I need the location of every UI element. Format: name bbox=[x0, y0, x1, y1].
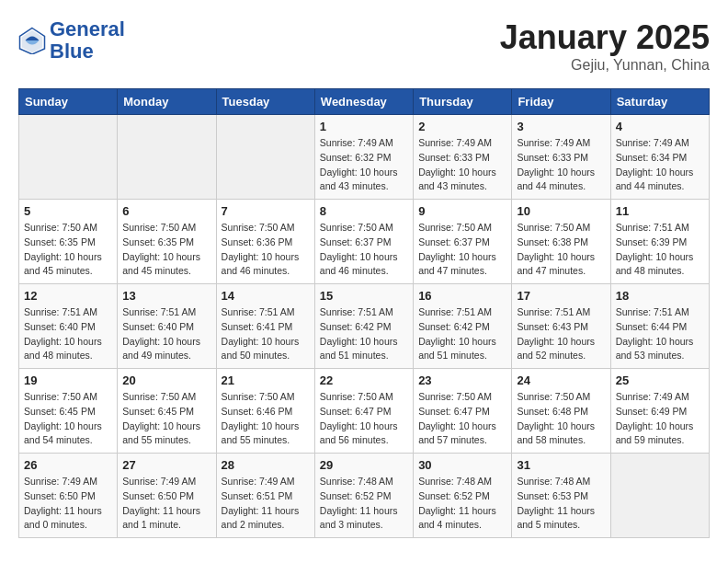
day-number: 13 bbox=[122, 289, 210, 303]
day-info: Sunrise: 7:48 AM Sunset: 6:53 PM Dayligh… bbox=[517, 475, 605, 533]
calendar-cell: 20Sunrise: 7:50 AM Sunset: 6:45 PM Dayli… bbox=[118, 369, 216, 454]
day-number: 31 bbox=[517, 458, 605, 472]
day-number: 19 bbox=[24, 373, 112, 387]
calendar-cell: 31Sunrise: 7:48 AM Sunset: 6:53 PM Dayli… bbox=[512, 454, 610, 538]
day-info: Sunrise: 7:49 AM Sunset: 6:49 PM Dayligh… bbox=[616, 390, 704, 448]
day-info: Sunrise: 7:49 AM Sunset: 6:51 PM Dayligh… bbox=[222, 475, 310, 533]
calendar-title: January 2025 bbox=[500, 18, 710, 57]
day-number: 26 bbox=[24, 458, 112, 472]
calendar-cell: 24Sunrise: 7:50 AM Sunset: 6:48 PM Dayli… bbox=[512, 369, 610, 454]
day-number: 21 bbox=[222, 373, 310, 387]
day-number: 18 bbox=[616, 289, 704, 303]
day-number: 11 bbox=[616, 204, 704, 218]
calendar-cell: 28Sunrise: 7:49 AM Sunset: 6:51 PM Dayli… bbox=[216, 454, 314, 538]
day-info: Sunrise: 7:50 AM Sunset: 6:36 PM Dayligh… bbox=[222, 221, 310, 279]
day-info: Sunrise: 7:50 AM Sunset: 6:35 PM Dayligh… bbox=[122, 221, 210, 279]
day-info: Sunrise: 7:50 AM Sunset: 6:35 PM Dayligh… bbox=[24, 221, 112, 279]
calendar-cell: 9Sunrise: 7:50 AM Sunset: 6:37 PM Daylig… bbox=[414, 200, 512, 284]
calendar-week-row: 5Sunrise: 7:50 AM Sunset: 6:35 PM Daylig… bbox=[19, 200, 710, 284]
calendar-cell: 14Sunrise: 7:51 AM Sunset: 6:41 PM Dayli… bbox=[216, 284, 314, 369]
day-number: 27 bbox=[122, 458, 210, 472]
calendar-week-row: 26Sunrise: 7:49 AM Sunset: 6:50 PM Dayli… bbox=[19, 454, 710, 538]
weekday-header-friday: Friday bbox=[512, 89, 610, 115]
day-info: Sunrise: 7:50 AM Sunset: 6:47 PM Dayligh… bbox=[418, 390, 506, 448]
logo-icon bbox=[18, 27, 46, 54]
day-info: Sunrise: 7:51 AM Sunset: 6:41 PM Dayligh… bbox=[222, 305, 310, 363]
calendar-cell: 2Sunrise: 7:49 AM Sunset: 6:33 PM Daylig… bbox=[414, 115, 512, 200]
day-info: Sunrise: 7:50 AM Sunset: 6:37 PM Dayligh… bbox=[418, 221, 506, 279]
day-number: 16 bbox=[418, 289, 506, 303]
page-header: General Blue January 2025 Gejiu, Yunnan,… bbox=[18, 18, 710, 74]
calendar-cell: 18Sunrise: 7:51 AM Sunset: 6:44 PM Dayli… bbox=[610, 284, 709, 369]
day-info: Sunrise: 7:50 AM Sunset: 6:38 PM Dayligh… bbox=[517, 221, 605, 279]
day-info: Sunrise: 7:51 AM Sunset: 6:42 PM Dayligh… bbox=[418, 305, 506, 363]
calendar-cell: 21Sunrise: 7:50 AM Sunset: 6:46 PM Dayli… bbox=[216, 369, 314, 454]
calendar-table: SundayMondayTuesdayWednesdayThursdayFrid… bbox=[18, 88, 710, 538]
calendar-cell bbox=[216, 115, 314, 200]
calendar-cell: 10Sunrise: 7:50 AM Sunset: 6:38 PM Dayli… bbox=[512, 200, 610, 284]
calendar-cell: 5Sunrise: 7:50 AM Sunset: 6:35 PM Daylig… bbox=[19, 200, 118, 284]
calendar-cell: 6Sunrise: 7:50 AM Sunset: 6:35 PM Daylig… bbox=[118, 200, 216, 284]
day-number: 7 bbox=[222, 204, 310, 218]
day-number: 8 bbox=[320, 204, 408, 218]
calendar-cell: 22Sunrise: 7:50 AM Sunset: 6:47 PM Dayli… bbox=[314, 369, 413, 454]
day-number: 22 bbox=[320, 373, 408, 387]
day-number: 12 bbox=[24, 289, 112, 303]
calendar-week-row: 12Sunrise: 7:51 AM Sunset: 6:40 PM Dayli… bbox=[19, 284, 710, 369]
day-info: Sunrise: 7:49 AM Sunset: 6:50 PM Dayligh… bbox=[24, 475, 112, 533]
day-number: 1 bbox=[320, 120, 408, 133]
weekday-header-sunday: Sunday bbox=[19, 89, 118, 115]
day-number: 10 bbox=[517, 204, 605, 218]
calendar-cell: 7Sunrise: 7:50 AM Sunset: 6:36 PM Daylig… bbox=[216, 200, 314, 284]
day-number: 14 bbox=[222, 289, 310, 303]
weekday-header-tuesday: Tuesday bbox=[216, 89, 314, 115]
day-number: 29 bbox=[320, 458, 408, 472]
calendar-cell: 23Sunrise: 7:50 AM Sunset: 6:47 PM Dayli… bbox=[414, 369, 512, 454]
calendar-cell: 4Sunrise: 7:49 AM Sunset: 6:34 PM Daylig… bbox=[610, 115, 709, 200]
day-info: Sunrise: 7:51 AM Sunset: 6:40 PM Dayligh… bbox=[24, 305, 112, 363]
day-info: Sunrise: 7:50 AM Sunset: 6:47 PM Dayligh… bbox=[320, 390, 408, 448]
calendar-cell: 16Sunrise: 7:51 AM Sunset: 6:42 PM Dayli… bbox=[414, 284, 512, 369]
day-number: 3 bbox=[517, 120, 605, 133]
day-number: 17 bbox=[517, 289, 605, 303]
weekday-header-monday: Monday bbox=[118, 89, 216, 115]
calendar-body: 1Sunrise: 7:49 AM Sunset: 6:32 PM Daylig… bbox=[19, 115, 710, 538]
day-info: Sunrise: 7:51 AM Sunset: 6:39 PM Dayligh… bbox=[616, 221, 704, 279]
calendar-week-row: 1Sunrise: 7:49 AM Sunset: 6:32 PM Daylig… bbox=[19, 115, 710, 200]
day-number: 28 bbox=[222, 458, 310, 472]
calendar-cell: 25Sunrise: 7:49 AM Sunset: 6:49 PM Dayli… bbox=[610, 369, 709, 454]
calendar-subtitle: Gejiu, Yunnan, China bbox=[500, 57, 710, 74]
calendar-cell: 29Sunrise: 7:48 AM Sunset: 6:52 PM Dayli… bbox=[314, 454, 413, 538]
day-info: Sunrise: 7:50 AM Sunset: 6:48 PM Dayligh… bbox=[517, 390, 605, 448]
calendar-cell: 27Sunrise: 7:49 AM Sunset: 6:50 PM Dayli… bbox=[118, 454, 216, 538]
day-info: Sunrise: 7:49 AM Sunset: 6:33 PM Dayligh… bbox=[517, 136, 605, 194]
day-number: 20 bbox=[122, 373, 210, 387]
day-info: Sunrise: 7:51 AM Sunset: 6:44 PM Dayligh… bbox=[616, 305, 704, 363]
calendar-cell: 13Sunrise: 7:51 AM Sunset: 6:40 PM Dayli… bbox=[118, 284, 216, 369]
day-number: 2 bbox=[418, 120, 506, 133]
calendar-cell: 17Sunrise: 7:51 AM Sunset: 6:43 PM Dayli… bbox=[512, 284, 610, 369]
logo: General Blue bbox=[18, 18, 125, 63]
day-number: 30 bbox=[418, 458, 506, 472]
day-number: 24 bbox=[517, 373, 605, 387]
title-block: January 2025 Gejiu, Yunnan, China bbox=[500, 18, 710, 74]
weekday-header-wednesday: Wednesday bbox=[314, 89, 413, 115]
logo-text: General Blue bbox=[50, 18, 125, 63]
calendar-cell: 11Sunrise: 7:51 AM Sunset: 6:39 PM Dayli… bbox=[610, 200, 709, 284]
day-info: Sunrise: 7:49 AM Sunset: 6:34 PM Dayligh… bbox=[616, 136, 704, 194]
day-number: 15 bbox=[320, 289, 408, 303]
day-info: Sunrise: 7:51 AM Sunset: 6:42 PM Dayligh… bbox=[320, 305, 408, 363]
day-info: Sunrise: 7:48 AM Sunset: 6:52 PM Dayligh… bbox=[418, 475, 506, 533]
day-number: 6 bbox=[122, 204, 210, 218]
calendar-cell bbox=[118, 115, 216, 200]
calendar-cell: 15Sunrise: 7:51 AM Sunset: 6:42 PM Dayli… bbox=[314, 284, 413, 369]
calendar-cell: 19Sunrise: 7:50 AM Sunset: 6:45 PM Dayli… bbox=[19, 369, 118, 454]
calendar-cell: 12Sunrise: 7:51 AM Sunset: 6:40 PM Dayli… bbox=[19, 284, 118, 369]
day-info: Sunrise: 7:50 AM Sunset: 6:37 PM Dayligh… bbox=[320, 221, 408, 279]
day-number: 23 bbox=[418, 373, 506, 387]
weekday-header-thursday: Thursday bbox=[414, 89, 512, 115]
day-info: Sunrise: 7:51 AM Sunset: 6:40 PM Dayligh… bbox=[122, 305, 210, 363]
calendar-cell bbox=[610, 454, 709, 538]
calendar-cell: 8Sunrise: 7:50 AM Sunset: 6:37 PM Daylig… bbox=[314, 200, 413, 284]
weekday-header-saturday: Saturday bbox=[610, 89, 709, 115]
